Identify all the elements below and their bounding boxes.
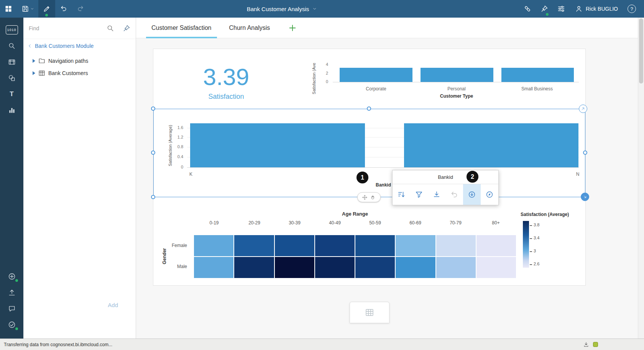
add-tab-button[interactable] bbox=[288, 24, 297, 32]
legend-tick: 3.4 bbox=[534, 236, 539, 240]
redo-button[interactable] bbox=[72, 0, 89, 18]
column-label: 30-39 bbox=[274, 220, 315, 226]
expand-triangle-icon[interactable] bbox=[33, 71, 35, 75]
heatmap-cell[interactable] bbox=[436, 257, 476, 278]
on-demand-toolbar: Bankid bbox=[392, 170, 499, 205]
expand-triangle-icon[interactable] bbox=[33, 59, 35, 63]
heatmap-cell[interactable] bbox=[355, 235, 395, 256]
user-name: Rick BUGLIO bbox=[586, 6, 618, 12]
heatmap-cell[interactable] bbox=[476, 235, 516, 256]
sort-button[interactable] bbox=[393, 184, 410, 205]
heatmap-cell[interactable] bbox=[315, 257, 355, 278]
tab-label: Churn Analysis bbox=[229, 25, 270, 31]
bar-small-business[interactable] bbox=[501, 68, 574, 82]
filters-button[interactable] bbox=[553, 0, 570, 18]
x-category: Corporate bbox=[353, 86, 399, 92]
heatmap-cell[interactable] bbox=[476, 257, 516, 278]
top-bottom-button[interactable] bbox=[428, 184, 445, 205]
heatmap-cell[interactable] bbox=[234, 235, 274, 256]
resize-handle-bottom-left[interactable] bbox=[151, 195, 155, 199]
hidden-table-widget[interactable] bbox=[350, 302, 389, 323]
heatmap-cell[interactable] bbox=[194, 257, 233, 278]
visualization-tool-button[interactable] bbox=[4, 103, 20, 118]
y-tick: 4 bbox=[318, 62, 328, 67]
resize-handle-middle-right[interactable] bbox=[583, 150, 587, 155]
search-tool-button[interactable] bbox=[4, 38, 20, 54]
upload-button[interactable] bbox=[4, 285, 20, 300]
save-button[interactable] bbox=[17, 0, 38, 18]
bar-k[interactable] bbox=[190, 123, 365, 167]
drill-down-button[interactable] bbox=[463, 184, 481, 205]
tab-churn-analysis[interactable]: Churn Analysis bbox=[224, 18, 276, 38]
resize-handle-top-left[interactable] bbox=[151, 106, 155, 111]
add-source-button[interactable] bbox=[4, 269, 20, 284]
bar-corporate[interactable] bbox=[340, 68, 412, 82]
media-icon bbox=[8, 58, 16, 66]
tree-item-navigation-paths[interactable]: Navigation paths bbox=[33, 56, 88, 66]
heatmap-cell[interactable] bbox=[194, 235, 233, 256]
breadcrumb[interactable]: Bank Customers Module bbox=[27, 43, 94, 49]
tab-label: Customer Satisfaction bbox=[151, 25, 212, 31]
tab-customer-satisfaction[interactable]: Customer Satisfaction bbox=[146, 18, 217, 38]
heatmap-grid bbox=[194, 235, 516, 278]
search-icon[interactable] bbox=[107, 25, 114, 32]
heatmap-cell[interactable] bbox=[436, 235, 476, 256]
heatmap-cell[interactable] bbox=[355, 257, 395, 278]
dashboard-title-dropdown[interactable]: Bank Customer Analysis bbox=[247, 0, 317, 18]
resize-handle-top-middle[interactable] bbox=[367, 106, 371, 111]
app-switcher-button[interactable] bbox=[0, 0, 17, 18]
y-tick: 2 bbox=[318, 71, 328, 75]
heatmap-cell[interactable] bbox=[396, 257, 435, 278]
edit-mode-button[interactable] bbox=[38, 0, 55, 18]
add-button[interactable]: Add bbox=[108, 302, 118, 308]
heatmap-cell[interactable] bbox=[275, 235, 314, 256]
share-link-button[interactable] bbox=[519, 0, 536, 18]
comments-button[interactable] bbox=[4, 301, 20, 316]
scrollbar-thumb[interactable] bbox=[639, 18, 643, 83]
move-icon[interactable] bbox=[362, 195, 368, 200]
table-icon bbox=[38, 70, 45, 77]
chevron-down-icon bbox=[30, 7, 34, 11]
kpi-label: Satisfaction bbox=[184, 93, 268, 101]
pin-panel-icon[interactable] bbox=[123, 25, 130, 32]
legend-tick: 3.8 bbox=[534, 222, 539, 227]
resize-handle-middle-left[interactable] bbox=[151, 150, 155, 155]
media-tool-button[interactable] bbox=[4, 54, 20, 70]
explore-button[interactable] bbox=[481, 184, 498, 205]
data-tool-button[interactable]: 1010 bbox=[4, 22, 20, 38]
heatmap-cell[interactable] bbox=[234, 257, 274, 278]
heatmap-cell[interactable] bbox=[315, 235, 355, 256]
status-text: Transferring data from cognosnext.bi.ibm… bbox=[4, 342, 112, 347]
shapes-tool-button[interactable] bbox=[4, 70, 20, 86]
expand-widget-handle[interactable] bbox=[579, 105, 587, 113]
app-grid-icon bbox=[5, 5, 12, 13]
help-button[interactable]: ? bbox=[623, 0, 640, 18]
plus-icon bbox=[288, 24, 297, 32]
undo-button[interactable] bbox=[55, 0, 72, 18]
plus-circle-icon bbox=[8, 273, 16, 280]
hand-pan-icon[interactable] bbox=[370, 195, 376, 200]
text-tool-button[interactable]: T bbox=[4, 87, 20, 102]
tree-item-bank-customers[interactable]: Bank Customers bbox=[33, 68, 88, 78]
vertical-scrollbar[interactable] bbox=[638, 18, 644, 339]
bar-personal[interactable] bbox=[421, 68, 493, 82]
pin-collection-button[interactable] bbox=[536, 0, 553, 18]
validate-button[interactable] bbox=[4, 317, 20, 332]
widget-move-toolbar bbox=[357, 192, 381, 202]
kpi-widget[interactable]: 3.39 Satisfaction bbox=[184, 65, 268, 101]
dashboard-title: Bank Customer Analysis bbox=[247, 6, 309, 12]
find-input[interactable] bbox=[29, 25, 107, 31]
bar-chart-icon bbox=[8, 106, 16, 114]
heatmap-cell[interactable] bbox=[275, 257, 314, 278]
data-panel: Bank Customers Module Navigation paths B… bbox=[23, 18, 136, 339]
y-tick: 1.6 bbox=[172, 125, 183, 130]
upload-icon bbox=[8, 289, 16, 296]
chevron-left-icon bbox=[27, 43, 33, 49]
drill-back-button bbox=[445, 184, 463, 205]
resize-handle-bottom-right[interactable] bbox=[581, 193, 589, 201]
tree-item-label: Navigation paths bbox=[48, 58, 88, 64]
user-menu-button[interactable]: Rick BUGLIO bbox=[570, 0, 623, 18]
heatmap-cell[interactable] bbox=[396, 235, 435, 256]
bar-n[interactable] bbox=[404, 123, 578, 167]
filter-button[interactable] bbox=[410, 184, 428, 205]
